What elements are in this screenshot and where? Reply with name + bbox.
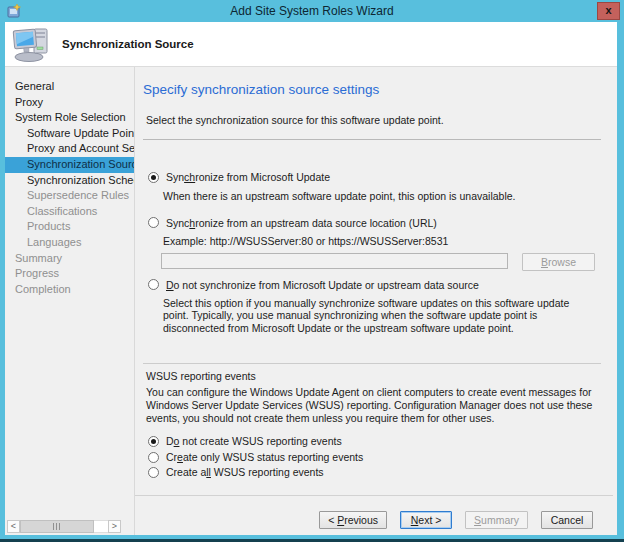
page-title: Specify synchronization source settings xyxy=(143,82,601,97)
radio-sync-microsoft-update[interactable]: Synchronize from Microsoft Update xyxy=(148,171,617,183)
radio-no-wsus-events[interactable]: Do not create WSUS reporting events xyxy=(148,435,617,447)
radio-unselected-icon[interactable] xyxy=(148,452,159,463)
radio-all-wsus-events[interactable]: Create all WSUS reporting events xyxy=(148,466,617,478)
radio-unselected-icon[interactable] xyxy=(148,279,159,290)
window-title: Add Site System Roles Wizard xyxy=(230,4,393,18)
wizard-frame: Synchronization Source General Proxy Sys… xyxy=(5,22,617,535)
wsus-description: You can configure the Windows Update Age… xyxy=(146,386,603,424)
radio-sync-upstream-url[interactable]: Synchronize from an upstream data source… xyxy=(148,217,617,229)
computer-icon xyxy=(12,26,52,62)
summary-button: Summary xyxy=(465,511,528,529)
nav-item-classifications: Classifications xyxy=(5,204,134,220)
nav-item-products: Products xyxy=(5,219,134,235)
wizard-window: Add Site System Roles Wizard x Synchroni… xyxy=(0,0,624,542)
sidebar-hscrollbar: < > xyxy=(7,520,121,533)
divider xyxy=(143,363,601,364)
scrollbar-grip-icon xyxy=(53,523,61,530)
radio-selected-icon[interactable] xyxy=(148,436,159,447)
nav-item-proxy[interactable]: Proxy xyxy=(5,95,134,111)
intro-text: Select the synchronization source for th… xyxy=(146,114,601,126)
url-input-row: Browse xyxy=(161,253,601,271)
page-header: Synchronization Source xyxy=(5,22,617,67)
upstream-url-example: Example: http://WSUSServer:80 or https:/… xyxy=(163,235,597,248)
wizard-nav-sidebar: General Proxy System Role Selection Soft… xyxy=(5,67,135,535)
wizard-footer-buttons: < Previous Next > Summary Cancel xyxy=(319,511,593,529)
wizard-body: General Proxy System Role Selection Soft… xyxy=(5,67,617,535)
nav-item-summary: Summary xyxy=(5,251,134,267)
scroll-left-icon[interactable]: < xyxy=(7,520,20,533)
divider xyxy=(143,139,601,140)
footer-divider xyxy=(135,495,613,496)
do-not-synchronize-note: Select this option if you manually synch… xyxy=(163,297,597,335)
nav-item-software-update-point[interactable]: Software Update Point xyxy=(5,126,134,142)
browse-button: Browse xyxy=(522,253,595,271)
radio-label: Do not synchronize from Microsoft Update… xyxy=(166,279,479,291)
radio-selected-icon[interactable] xyxy=(148,172,159,183)
radio-label: Create only WSUS status reporting events xyxy=(166,451,363,463)
next-button[interactable]: Next > xyxy=(400,511,452,529)
radio-label: Create all WSUS reporting events xyxy=(166,466,324,478)
upstream-url-input xyxy=(161,253,508,269)
scrollbar-thumb[interactable] xyxy=(20,520,94,533)
page-header-title: Synchronization Source xyxy=(62,38,194,50)
microsoft-update-note: When there is an upstream software updat… xyxy=(163,190,597,203)
title-bar: Add Site System Roles Wizard x xyxy=(0,0,624,22)
nav-item-supersedence-rules: Supersedence Rules xyxy=(5,188,134,204)
main-panel: Specify synchronization source settings … xyxy=(135,67,617,535)
close-icon[interactable]: x xyxy=(597,2,620,20)
nav-item-system-role-selection[interactable]: System Role Selection xyxy=(5,110,134,126)
scrollbar-track[interactable] xyxy=(94,520,108,533)
scroll-right-icon[interactable]: > xyxy=(108,520,121,533)
nav-item-languages: Languages xyxy=(5,235,134,251)
nav-item-synchronization-source[interactable]: Synchronization Source xyxy=(5,157,134,173)
nav-item-progress: Progress xyxy=(5,266,134,282)
nav-item-synchronization-schedule[interactable]: Synchronization Schedule xyxy=(5,173,134,189)
nav-item-completion: Completion xyxy=(5,282,134,298)
nav-item-proxy-and-account-settings[interactable]: Proxy and Account Settings xyxy=(5,141,134,157)
radio-unselected-icon[interactable] xyxy=(148,467,159,478)
radio-wsus-status-events-only[interactable]: Create only WSUS status reporting events xyxy=(148,451,617,463)
radio-do-not-synchronize[interactable]: Do not synchronize from Microsoft Update… xyxy=(148,279,617,291)
nav-item-general[interactable]: General xyxy=(5,79,134,95)
radio-unselected-icon[interactable] xyxy=(148,217,159,228)
wsus-section-label: WSUS reporting events xyxy=(146,370,601,382)
radio-label: Do not create WSUS reporting events xyxy=(166,435,342,447)
previous-button[interactable]: < Previous xyxy=(319,511,387,529)
wizard-app-icon xyxy=(6,3,22,18)
radio-label: Synchronize from Microsoft Update xyxy=(166,171,330,183)
radio-label: Synchronize from an upstream data source… xyxy=(166,217,437,229)
cancel-button[interactable]: Cancel xyxy=(541,511,593,529)
